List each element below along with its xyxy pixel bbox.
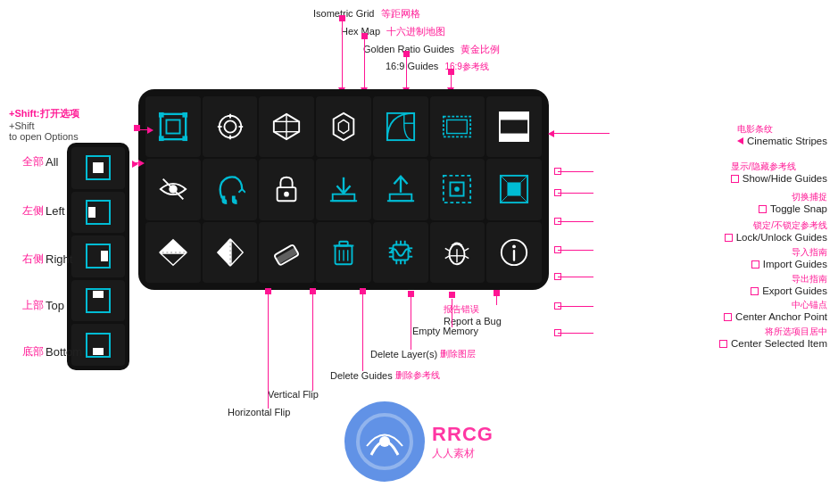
label-isometric-grid: Isometric Grid 等距网格 xyxy=(313,7,420,21)
svg-rect-9 xyxy=(93,348,104,355)
label-hex-map: Hex Map 十六进制地图 xyxy=(341,25,445,38)
label-bottom: 底部Bottom xyxy=(22,344,82,359)
icon-import-guides[interactable] xyxy=(316,159,371,219)
svg-rect-13 xyxy=(159,136,164,142)
svg-point-38 xyxy=(284,192,289,197)
dot-shift xyxy=(134,125,140,131)
svg-point-89 xyxy=(512,244,516,248)
sq-export xyxy=(751,287,759,295)
conn-import xyxy=(558,250,593,251)
svg-rect-11 xyxy=(159,112,164,118)
label-vertical-flip: Vertical Flip xyxy=(268,389,319,400)
svg-rect-12 xyxy=(182,112,187,118)
sq-conn-show xyxy=(554,168,561,175)
shift-note: +Shift:打开选项 +Shift to open Options xyxy=(9,107,79,142)
dot-golden xyxy=(403,51,410,57)
icon-hex-map[interactable] xyxy=(316,96,371,157)
arr-left-all xyxy=(138,160,145,167)
svg-rect-34 xyxy=(500,134,528,142)
label-delete-guides: Delete Guides 删除参考线 xyxy=(330,369,440,382)
line-hex xyxy=(364,36,365,91)
dot-hex xyxy=(361,33,368,39)
label-center-selected: 将所选项目居中 Center Selected Item xyxy=(719,326,827,349)
svg-marker-57 xyxy=(217,240,228,265)
label-delete-layers: Delete Layer(s) 删除图层 xyxy=(370,348,476,360)
icon-circle-target[interactable] xyxy=(203,96,258,157)
preset-top[interactable] xyxy=(71,280,125,322)
line-golden xyxy=(406,54,407,92)
main-panel xyxy=(138,89,549,290)
svg-line-52 xyxy=(501,196,508,203)
dot-isometric xyxy=(339,15,345,21)
svg-marker-27 xyxy=(338,120,348,134)
icon-flip-vertical[interactable] xyxy=(145,222,201,283)
svg-rect-28 xyxy=(387,113,414,140)
icon-center-selected[interactable] xyxy=(486,159,542,219)
svg-point-91 xyxy=(379,436,390,447)
label-top: 上部Top xyxy=(22,298,64,313)
sq-conn-anchor xyxy=(554,302,561,310)
conn-cinematic xyxy=(552,133,610,134)
svg-marker-26 xyxy=(334,113,354,140)
label-cinematic: 电影条纹 Cinematic Stripes xyxy=(737,123,827,146)
label-toggle-snap: 切换捕捉 Toggle Snap xyxy=(759,191,827,214)
icon-cinematic-stripes[interactable] xyxy=(486,96,542,157)
icon-toggle-snap[interactable] xyxy=(203,159,258,219)
icon-center-anchor[interactable] xyxy=(430,159,485,219)
svg-line-81 xyxy=(445,248,450,251)
sq-conn-snap xyxy=(554,189,561,196)
line-hflip xyxy=(268,293,269,409)
left-panel xyxy=(67,143,129,370)
svg-rect-31 xyxy=(447,120,468,134)
icon-frame-select[interactable] xyxy=(145,96,201,157)
svg-rect-5 xyxy=(101,251,108,261)
label-empty-memory: Empty Memory xyxy=(412,326,478,336)
icon-export-guides[interactable] xyxy=(373,159,428,219)
svg-rect-33 xyxy=(500,112,528,120)
svg-line-51 xyxy=(521,176,528,183)
line-layers xyxy=(411,294,411,350)
dot-169 xyxy=(448,69,454,75)
icon-report-bug[interactable] xyxy=(430,222,485,283)
svg-rect-3 xyxy=(88,207,95,218)
sq-conn-lock xyxy=(554,218,561,225)
preset-all[interactable] xyxy=(71,147,125,189)
arr-cinematic xyxy=(548,130,554,137)
label-lock-unlock: 锁定/不锁定参考线 Lock/Unlock Guides xyxy=(725,219,827,243)
svg-rect-49 xyxy=(508,183,521,196)
dot-vflip xyxy=(310,288,316,294)
icon-flip-horizontal[interactable] xyxy=(203,222,258,283)
svg-rect-10 xyxy=(161,114,186,139)
icon-frame-dashed[interactable] xyxy=(430,96,485,157)
svg-marker-55 xyxy=(161,253,186,265)
conn-export xyxy=(558,277,593,277)
svg-rect-14 xyxy=(182,136,187,142)
sq-conn-export xyxy=(554,273,561,280)
sq-import xyxy=(751,260,759,269)
preset-right[interactable] xyxy=(71,235,125,277)
line-vflip xyxy=(312,293,313,391)
icon-lock-unlock[interactable] xyxy=(259,159,314,219)
icon-isometric-grid[interactable] xyxy=(259,96,314,157)
icon-info[interactable] xyxy=(486,222,542,283)
icon-empty-memory[interactable] xyxy=(373,222,428,283)
icon-delete-guides[interactable] xyxy=(259,222,314,283)
svg-marker-54 xyxy=(161,240,186,252)
icon-golden-ratio[interactable] xyxy=(373,96,428,157)
conn-toggle-snap xyxy=(558,193,593,194)
dot-layers xyxy=(408,291,414,297)
icon-delete-layers[interactable] xyxy=(316,222,371,283)
svg-rect-7 xyxy=(93,291,104,298)
conn-anchor xyxy=(558,306,593,307)
svg-line-36 xyxy=(163,179,184,200)
sq-center-anchor xyxy=(724,313,732,321)
preset-left[interactable] xyxy=(71,192,125,234)
conn-selected xyxy=(558,333,593,334)
svg-rect-39 xyxy=(333,194,355,202)
svg-point-17 xyxy=(224,121,236,133)
dot-memory xyxy=(449,292,455,298)
watermark: RRCG 人人素材 xyxy=(330,397,509,486)
svg-line-50 xyxy=(501,176,508,183)
label-169-guides: 16:9 Guides 16:9参考线 xyxy=(386,61,489,73)
icon-eye-visibility[interactable] xyxy=(145,159,201,219)
